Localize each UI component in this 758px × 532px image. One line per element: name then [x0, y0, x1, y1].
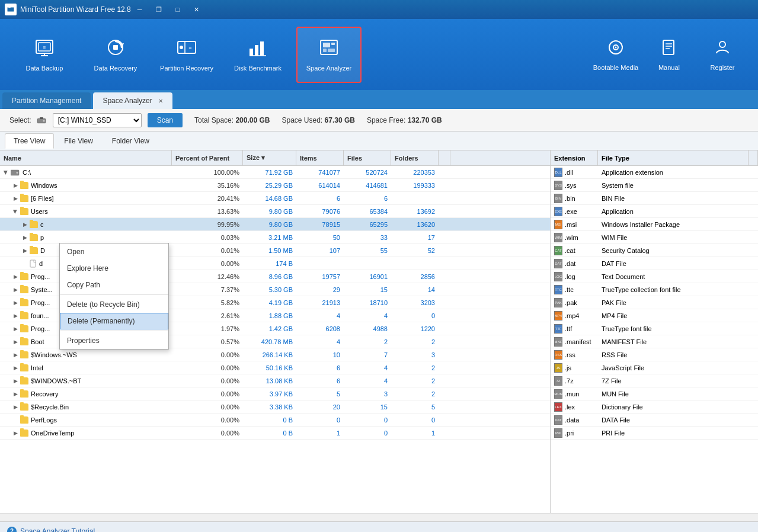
ext-row[interactable]: SYS .sys System file — [551, 179, 758, 192]
close-button[interactable]: ✕ — [188, 4, 206, 15]
ext-row[interactable]: PAK .pak PAK File — [551, 296, 758, 309]
ctx-open[interactable]: Open — [60, 243, 168, 260]
tool-data-backup[interactable]: ≡ Data Backup — [12, 27, 77, 83]
table-row[interactable]: ▶Recovery 0.00% 3.97 KB 5 3 2 — [0, 387, 550, 400]
table-row[interactable]: ▶$Windows.~WS 0.00% 266.14 KB 10 7 3 — [0, 348, 550, 361]
table-row[interactable]: ▶C:\ 100.00% 71.92 GB 741077 520724 2203… — [0, 166, 550, 179]
restore-button[interactable]: ❐ — [150, 4, 168, 15]
table-row[interactable]: ▶p 0.03% 3.21 MB 50 33 17 — [0, 231, 550, 244]
tool-disk-benchmark[interactable]: Disk Benchmark — [225, 27, 290, 83]
minimize-button[interactable]: ─ — [131, 4, 149, 15]
ext-row[interactable]: PRI .pri PRI File — [551, 427, 758, 440]
toolbar-right: Bootable Media Manual Register — [592, 27, 746, 83]
expand-arrow[interactable]: ▶ — [12, 312, 19, 319]
table-row[interactable]: ▶$WINDOWS.~BT 0.00% 13.08 KB 6 4 2 — [0, 374, 550, 387]
help-icon[interactable]: ? — [7, 527, 17, 533]
row-folders: 1 — [391, 427, 439, 439]
ext-row[interactable]: LOG .log Text Document — [551, 270, 758, 283]
tab-partition-management[interactable]: Partition Management — [2, 92, 91, 109]
tool-bootable-media[interactable]: Bootable Media — [592, 27, 639, 83]
tab-close-icon[interactable]: ✕ — [158, 98, 163, 104]
tool-partition-recovery[interactable]: ≡ Partition Recovery — [154, 27, 219, 83]
row-extra — [439, 231, 450, 243]
ext-type: TrueType font file — [602, 325, 652, 332]
ctx-delete-recycle[interactable]: Delete (to Recycle Bin) — [60, 296, 168, 313]
ext-row[interactable]: JS .js JavaScript File — [551, 361, 758, 374]
table-row[interactable]: ▶Intel 0.00% 50.16 KB 6 4 2 — [0, 361, 550, 374]
th-size[interactable]: Size ▾ — [243, 150, 296, 165]
ext-row[interactable]: DAT .data DATA File — [551, 414, 758, 427]
ext-row[interactable]: RSS .rss RSS File — [551, 348, 758, 361]
ext-row[interactable]: CAT .cat Security Catalog — [551, 244, 758, 257]
ext-row[interactable]: TTF .ttf TrueType font file — [551, 322, 758, 335]
ext-row[interactable]: MP4 .mp4 MP4 File — [551, 309, 758, 322]
ext-row[interactable]: WIM .wim WIM File — [551, 231, 758, 244]
ext-row[interactable]: MUN .mun MUN File — [551, 387, 758, 400]
row-size: 1.88 GB — [243, 309, 296, 322]
table-row[interactable]: ▶Windows 35.16% 25.29 GB 614014 414681 1… — [0, 179, 550, 192]
row-extra — [439, 361, 450, 374]
expand-arrow[interactable]: ▶ — [12, 273, 19, 280]
expand-arrow[interactable]: ▶ — [12, 208, 19, 215]
scan-button[interactable]: Scan — [148, 113, 183, 127]
ext-row[interactable]: DAT .dat DAT File — [551, 257, 758, 270]
svg-rect-15 — [255, 45, 258, 56]
row-percent: 2.61% — [172, 309, 243, 322]
expand-arrow[interactable]: ▶ — [2, 169, 9, 176]
ext-row[interactable]: EXE .exe Application — [551, 205, 758, 218]
expand-arrow[interactable]: ▶ — [12, 299, 19, 306]
expand-arrow[interactable]: ▶ — [12, 351, 19, 358]
tab-space-analyzer[interactable]: Space Analyzer ✕ — [93, 92, 172, 109]
ext-body: DLL .dll Application extension SYS .sys … — [551, 166, 758, 513]
h-scroll[interactable] — [0, 513, 758, 521]
ext-row[interactable]: DLL .dll Application extension — [551, 166, 758, 179]
row-extra — [439, 192, 450, 204]
tab-tree-view[interactable]: Tree View — [5, 133, 54, 149]
table-row[interactable]: ▶$Recycle.Bin 0.00% 3.38 KB 20 15 5 — [0, 400, 550, 414]
table-row[interactable]: ▶c 99.95% 9.80 GB 78915 65295 13620 — [0, 218, 550, 231]
tool-space-analyzer[interactable]: Space Analyzer — [296, 27, 362, 83]
maximize-button[interactable]: □ — [169, 4, 187, 15]
tutorial-link[interactable]: Space Analyzer Tutorial — [20, 527, 95, 533]
drive-select[interactable]: [C:] WIN10_SSD — [53, 113, 142, 127]
ext-row[interactable]: TTC .ttc TrueType collection font file — [551, 283, 758, 296]
expand-arrow[interactable]: ▶ — [21, 234, 28, 241]
table-row[interactable]: ▶[6 Files] 20.41% 14.68 GB 6 6 — [0, 192, 550, 205]
ext-row[interactable]: 7Z .7z 7Z File — [551, 374, 758, 387]
tab-folder-view[interactable]: Folder View — [103, 133, 158, 149]
expand-arrow[interactable]: ▶ — [12, 364, 19, 371]
ext-file-icon: DLL — [554, 168, 562, 177]
partition-recovery-label: Partition Recovery — [160, 65, 213, 72]
disk-benchmark-icon — [247, 37, 268, 61]
ext-row[interactable]: MSI .msi Windows Installer Package — [551, 218, 758, 231]
table-row[interactable]: ▶PerfLogs 0.00% 0 B 0 0 0 — [0, 414, 550, 427]
ext-row[interactable]: BIN .bin BIN File — [551, 192, 758, 205]
expand-arrow[interactable]: ▶ — [21, 221, 28, 228]
expand-arrow[interactable]: ▶ — [12, 430, 19, 437]
tool-register[interactable]: Register — [699, 27, 746, 83]
tool-data-recovery[interactable]: Data Recovery — [83, 27, 148, 83]
expand-arrow[interactable]: ▶ — [12, 325, 19, 332]
expand-arrow[interactable]: ▶ — [21, 247, 28, 254]
ext-row[interactable]: MNF .manifest MANIFEST File — [551, 335, 758, 348]
ext-type: PAK File — [602, 299, 626, 306]
table-row[interactable]: ▶Users 13.63% 9.80 GB 79076 65384 13692 — [0, 205, 550, 218]
expand-arrow[interactable]: ▶ — [12, 403, 19, 411]
th-scroll — [439, 150, 450, 165]
expand-arrow[interactable]: ▶ — [12, 377, 19, 384]
ctx-explore[interactable]: Explore Here — [60, 260, 168, 277]
expand-arrow[interactable]: ▶ — [12, 390, 19, 398]
ext-row[interactable]: LEX .lex Dictionary File — [551, 400, 758, 414]
svg-rect-0 — [7, 7, 14, 12]
ctx-copy-path[interactable]: Copy Path — [60, 277, 168, 293]
tab-file-view[interactable]: File View — [55, 133, 101, 149]
expand-arrow[interactable]: ▶ — [12, 286, 19, 293]
ctx-properties[interactable]: Properties — [60, 332, 168, 349]
tool-manual[interactable]: Manual — [645, 27, 693, 83]
svg-rect-26 — [663, 40, 674, 55]
expand-arrow[interactable]: ▶ — [12, 195, 19, 202]
expand-arrow[interactable]: ▶ — [12, 182, 19, 189]
table-row[interactable]: ▶OneDriveTemp 0.00% 0 B 1 0 1 — [0, 427, 550, 440]
expand-arrow[interactable]: ▶ — [12, 338, 19, 345]
ctx-delete-permanent[interactable]: Delete (Permanently) — [60, 313, 168, 329]
